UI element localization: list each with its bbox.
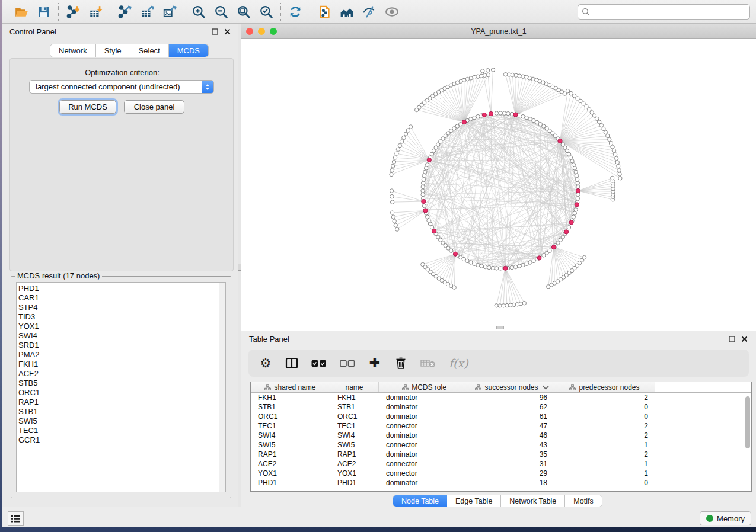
leaf-node[interactable] (400, 140, 403, 143)
network-node[interactable] (427, 219, 430, 222)
network-node[interactable] (476, 114, 480, 118)
network-node[interactable] (513, 265, 517, 268)
table-row[interactable]: TEC1TEC1connector472 (251, 421, 751, 431)
leaf-node[interactable] (597, 120, 601, 124)
leaf-node[interactable] (503, 72, 507, 76)
mcds-node-item[interactable]: ORC1 (18, 388, 40, 398)
tab-select[interactable]: Select (130, 44, 169, 57)
export-network-button[interactable] (116, 3, 133, 21)
mcds-hub-node[interactable] (422, 199, 426, 203)
network-node[interactable] (518, 264, 521, 268)
mcds-node-item[interactable]: GCR1 (18, 435, 40, 445)
leaf-node[interactable] (590, 111, 594, 114)
zoom-fit-button[interactable] (235, 3, 253, 21)
mcds-node-item[interactable]: STB5 (18, 379, 40, 388)
tab-motifs[interactable]: Motifs (565, 495, 601, 507)
table-row[interactable]: FKH1FKH1dominator962 (251, 393, 751, 402)
column-header-shared-name[interactable]: shared name (251, 382, 330, 392)
tab-network[interactable]: Network (50, 44, 96, 57)
leaf-node[interactable] (491, 68, 495, 72)
leaf-node[interactable] (396, 148, 400, 151)
delete-column-button[interactable] (394, 356, 407, 370)
table-scrollbar[interactable] (745, 396, 750, 448)
network-node[interactable] (573, 166, 576, 170)
leaf-node[interactable] (607, 137, 611, 141)
leaf-node[interactable] (391, 211, 394, 214)
network-node[interactable] (473, 116, 476, 119)
mcds-node-item[interactable]: RAP1 (18, 398, 40, 407)
leaf-node[interactable] (390, 168, 394, 172)
network-node[interactable] (548, 249, 551, 252)
tab-style[interactable]: Style (96, 44, 130, 57)
network-node[interactable] (476, 263, 480, 267)
close-table-panel-icon[interactable] (740, 335, 748, 343)
leaf-node[interactable] (618, 172, 621, 176)
mcds-hub-node[interactable] (432, 229, 436, 233)
criterion-dropdown[interactable]: largest connected component (undirected) (29, 80, 214, 94)
leaf-node[interactable] (414, 108, 418, 111)
table-row[interactable]: SWI5SWI5connector431 (251, 440, 751, 450)
leaf-node[interactable] (595, 117, 598, 120)
leaf-node[interactable] (617, 168, 621, 172)
network-node[interactable] (421, 189, 425, 193)
mcds-node-item[interactable]: SRD1 (18, 341, 40, 350)
run-mcds-button[interactable]: Run MCDS (59, 100, 116, 114)
close-panel-icon[interactable] (223, 27, 231, 36)
mcds-hub-node[interactable] (427, 158, 431, 162)
leaf-node[interactable] (498, 304, 502, 307)
mcds-result-list[interactable]: PHD1CAR1STP4TID3YOX1SWI4SRD1PMA2FKH1ACE2… (16, 282, 226, 492)
network-node[interactable] (469, 117, 473, 121)
leaf-node[interactable] (605, 134, 609, 137)
zoom-in-button[interactable] (190, 3, 208, 21)
leaf-node[interactable] (602, 127, 605, 130)
tab-network-table[interactable]: Network Table (501, 495, 565, 507)
leaf-node[interactable] (505, 303, 509, 307)
network-node[interactable] (561, 143, 564, 146)
leaf-node[interactable] (579, 99, 582, 102)
leaf-node[interactable] (486, 73, 490, 76)
leaf-node[interactable] (569, 91, 573, 95)
table-row[interactable]: YOX1YOX1connector291 (251, 469, 751, 478)
mcds-hub-node[interactable] (575, 203, 579, 207)
leaf-node[interactable] (611, 145, 614, 149)
network-node[interactable] (528, 261, 532, 264)
leaf-node[interactable] (509, 303, 512, 307)
leaf-node[interactable] (614, 156, 618, 160)
leaf-node[interactable] (604, 130, 607, 134)
leaf-node[interactable] (502, 304, 505, 307)
refresh-button[interactable] (286, 3, 304, 21)
zoom-out-button[interactable] (212, 3, 230, 21)
deselect-all-button[interactable] (340, 356, 355, 370)
leaf-node[interactable] (519, 302, 522, 306)
mcds-node-item[interactable]: YOX1 (18, 322, 40, 331)
network-node[interactable] (574, 170, 578, 174)
column-header-predecessor-nodes[interactable]: predecessor nodes (554, 382, 655, 392)
leaf-node[interactable] (390, 194, 394, 198)
network-node[interactable] (424, 166, 428, 170)
network-canvas[interactable] (241, 39, 756, 331)
network-node[interactable] (421, 193, 425, 196)
show-hidden-button[interactable] (383, 3, 401, 21)
leaf-node[interactable] (615, 161, 619, 164)
network-node[interactable] (525, 262, 528, 265)
float-panel-icon[interactable] (210, 27, 219, 36)
export-image-button[interactable] (161, 3, 178, 21)
mcds-hub-node[interactable] (482, 113, 486, 117)
leaf-node[interactable] (572, 94, 576, 97)
mcds-hub-node[interactable] (576, 188, 580, 193)
network-node[interactable] (499, 111, 502, 115)
mcds-node-item[interactable]: TEC1 (18, 426, 40, 435)
leaf-node[interactable] (390, 172, 393, 176)
leaf-node[interactable] (511, 73, 514, 76)
leaf-node[interactable] (476, 75, 480, 78)
leaf-node[interactable] (599, 123, 603, 127)
network-node[interactable] (576, 185, 580, 188)
mcds-hub-node[interactable] (503, 266, 508, 270)
mcds-hub-node[interactable] (551, 245, 556, 249)
mcds-list-scrollbar[interactable] (219, 283, 225, 492)
network-node[interactable] (575, 178, 579, 181)
network-node[interactable] (518, 114, 521, 117)
network-node[interactable] (510, 265, 513, 269)
leaf-node[interactable] (515, 303, 519, 306)
leaf-node[interactable] (392, 160, 395, 164)
